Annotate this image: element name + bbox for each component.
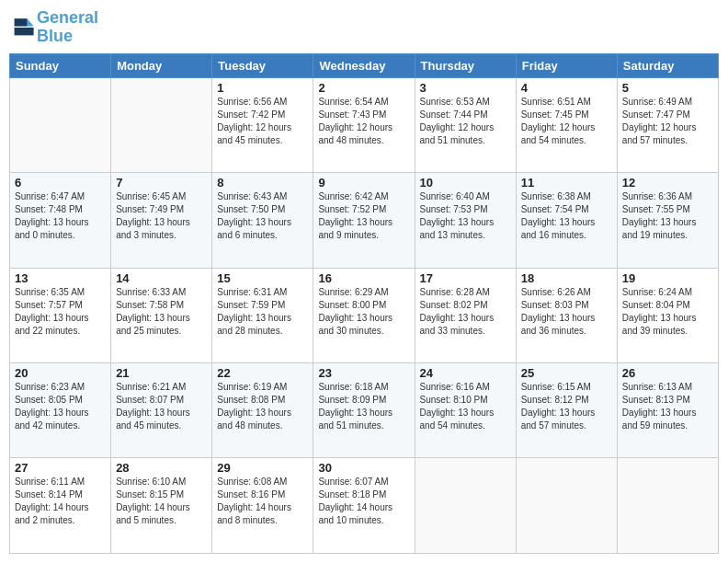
- day-info: Sunrise: 6:24 AMSunset: 8:04 PMDaylight:…: [622, 286, 713, 338]
- day-info: Sunrise: 6:23 AMSunset: 8:05 PMDaylight:…: [15, 381, 106, 432]
- day-number: 7: [116, 176, 207, 190]
- day-cell: 5Sunrise: 6:49 AMSunset: 7:47 PMDaylight…: [617, 77, 718, 172]
- day-info: Sunrise: 6:47 AMSunset: 7:48 PMDaylight:…: [15, 190, 106, 242]
- day-info: Sunrise: 6:15 AMSunset: 8:12 PMDaylight:…: [521, 381, 612, 432]
- day-info: Sunrise: 6:08 AMSunset: 8:16 PMDaylight:…: [217, 476, 308, 527]
- day-cell: 29Sunrise: 6:08 AMSunset: 8:16 PMDayligh…: [212, 458, 313, 554]
- day-info: Sunrise: 6:26 AMSunset: 8:03 PMDaylight:…: [521, 286, 612, 338]
- day-cell: 8Sunrise: 6:43 AMSunset: 7:50 PMDaylight…: [212, 173, 313, 268]
- day-number: 11: [521, 176, 612, 190]
- header-saturday: Saturday: [617, 53, 718, 77]
- day-cell: 7Sunrise: 6:45 AMSunset: 7:49 PMDaylight…: [111, 173, 212, 268]
- day-cell: 22Sunrise: 6:19 AMSunset: 8:08 PMDayligh…: [212, 363, 313, 458]
- day-number: 23: [318, 366, 409, 380]
- day-info: Sunrise: 6:49 AMSunset: 7:47 PMDaylight:…: [622, 96, 713, 147]
- day-number: 6: [15, 176, 106, 190]
- day-cell: 6Sunrise: 6:47 AMSunset: 7:48 PMDaylight…: [10, 173, 111, 268]
- logo-icon: [9, 15, 35, 40]
- day-info: Sunrise: 6:51 AMSunset: 7:45 PMDaylight:…: [521, 96, 612, 147]
- day-info: Sunrise: 6:45 AMSunset: 7:49 PMDaylight:…: [116, 190, 207, 242]
- day-cell: 12Sunrise: 6:36 AMSunset: 7:55 PMDayligh…: [617, 173, 718, 268]
- logo-text: General Blue: [37, 9, 98, 46]
- day-cell: 14Sunrise: 6:33 AMSunset: 7:58 PMDayligh…: [111, 268, 212, 362]
- day-info: Sunrise: 6:07 AMSunset: 8:18 PMDaylight:…: [318, 476, 409, 527]
- day-cell: 15Sunrise: 6:31 AMSunset: 7:59 PMDayligh…: [212, 268, 313, 362]
- day-number: 19: [622, 271, 713, 285]
- day-info: Sunrise: 6:13 AMSunset: 8:13 PMDaylight:…: [622, 381, 713, 432]
- week-row-4: 20Sunrise: 6:23 AMSunset: 8:05 PMDayligh…: [10, 363, 719, 458]
- day-cell: 3Sunrise: 6:53 AMSunset: 7:44 PMDaylight…: [415, 77, 516, 172]
- day-number: 16: [318, 271, 409, 285]
- day-cell: [415, 458, 516, 554]
- day-info: Sunrise: 6:35 AMSunset: 7:57 PMDaylight:…: [15, 286, 106, 338]
- week-row-1: 1Sunrise: 6:56 AMSunset: 7:42 PMDaylight…: [10, 77, 719, 172]
- day-cell: 26Sunrise: 6:13 AMSunset: 8:13 PMDayligh…: [617, 363, 718, 458]
- header-thursday: Thursday: [415, 53, 516, 77]
- header-sunday: Sunday: [10, 53, 111, 77]
- day-info: Sunrise: 6:56 AMSunset: 7:42 PMDaylight:…: [217, 96, 308, 147]
- header-wednesday: Wednesday: [313, 53, 415, 77]
- day-info: Sunrise: 6:36 AMSunset: 7:55 PMDaylight:…: [622, 190, 713, 242]
- logo: General Blue: [9, 9, 98, 46]
- day-number: 20: [15, 366, 106, 380]
- header-friday: Friday: [516, 53, 617, 77]
- day-info: Sunrise: 6:19 AMSunset: 8:08 PMDaylight:…: [217, 381, 308, 432]
- day-cell: [516, 458, 617, 554]
- day-info: Sunrise: 6:10 AMSunset: 8:15 PMDaylight:…: [116, 476, 207, 527]
- day-number: 13: [15, 271, 106, 285]
- day-number: 14: [116, 271, 207, 285]
- header-monday: Monday: [111, 53, 212, 77]
- day-cell: 11Sunrise: 6:38 AMSunset: 7:54 PMDayligh…: [516, 173, 617, 268]
- svg-rect-2: [15, 28, 34, 35]
- day-cell: 4Sunrise: 6:51 AMSunset: 7:45 PMDaylight…: [516, 77, 617, 172]
- day-cell: [111, 77, 212, 172]
- day-number: 4: [521, 81, 612, 95]
- day-cell: 25Sunrise: 6:15 AMSunset: 8:12 PMDayligh…: [516, 363, 617, 458]
- day-cell: 10Sunrise: 6:40 AMSunset: 7:53 PMDayligh…: [415, 173, 516, 268]
- week-row-3: 13Sunrise: 6:35 AMSunset: 7:57 PMDayligh…: [10, 268, 719, 362]
- day-info: Sunrise: 6:42 AMSunset: 7:52 PMDaylight:…: [318, 190, 409, 242]
- day-cell: 28Sunrise: 6:10 AMSunset: 8:15 PMDayligh…: [111, 458, 212, 554]
- day-number: 10: [420, 176, 511, 190]
- day-cell: 20Sunrise: 6:23 AMSunset: 8:05 PMDayligh…: [10, 363, 111, 458]
- svg-marker-0: [28, 18, 34, 26]
- week-row-5: 27Sunrise: 6:11 AMSunset: 8:14 PMDayligh…: [10, 458, 719, 554]
- day-info: Sunrise: 6:28 AMSunset: 8:02 PMDaylight:…: [420, 286, 511, 338]
- day-number: 1: [217, 81, 308, 95]
- day-cell: 9Sunrise: 6:42 AMSunset: 7:52 PMDaylight…: [313, 173, 415, 268]
- day-cell: [617, 458, 718, 554]
- day-cell: 17Sunrise: 6:28 AMSunset: 8:02 PMDayligh…: [415, 268, 516, 362]
- day-cell: 24Sunrise: 6:16 AMSunset: 8:10 PMDayligh…: [415, 363, 516, 458]
- day-cell: 13Sunrise: 6:35 AMSunset: 7:57 PMDayligh…: [10, 268, 111, 362]
- day-number: 15: [217, 271, 308, 285]
- day-number: 3: [420, 81, 511, 95]
- day-cell: [10, 77, 111, 172]
- header-tuesday: Tuesday: [212, 53, 313, 77]
- day-info: Sunrise: 6:21 AMSunset: 8:07 PMDaylight:…: [116, 381, 207, 432]
- day-info: Sunrise: 6:40 AMSunset: 7:53 PMDaylight:…: [420, 190, 511, 242]
- day-info: Sunrise: 6:53 AMSunset: 7:44 PMDaylight:…: [420, 96, 511, 147]
- day-number: 27: [15, 461, 106, 475]
- day-number: 9: [318, 176, 409, 190]
- day-number: 5: [622, 81, 713, 95]
- day-number: 12: [622, 176, 713, 190]
- svg-rect-1: [15, 18, 28, 26]
- day-info: Sunrise: 6:29 AMSunset: 8:00 PMDaylight:…: [318, 286, 409, 338]
- day-cell: 18Sunrise: 6:26 AMSunset: 8:03 PMDayligh…: [516, 268, 617, 362]
- day-number: 29: [217, 461, 308, 475]
- day-number: 30: [318, 461, 409, 475]
- day-number: 8: [217, 176, 308, 190]
- day-info: Sunrise: 6:54 AMSunset: 7:43 PMDaylight:…: [318, 96, 409, 147]
- day-info: Sunrise: 6:11 AMSunset: 8:14 PMDaylight:…: [15, 476, 106, 527]
- week-row-2: 6Sunrise: 6:47 AMSunset: 7:48 PMDaylight…: [10, 173, 719, 268]
- day-number: 2: [318, 81, 409, 95]
- day-info: Sunrise: 6:16 AMSunset: 8:10 PMDaylight:…: [420, 381, 511, 432]
- calendar: SundayMondayTuesdayWednesdayThursdayFrid…: [9, 53, 719, 554]
- day-number: 24: [420, 366, 511, 380]
- day-cell: 30Sunrise: 6:07 AMSunset: 8:18 PMDayligh…: [313, 458, 415, 554]
- day-number: 25: [521, 366, 612, 380]
- day-info: Sunrise: 6:18 AMSunset: 8:09 PMDaylight:…: [318, 381, 409, 432]
- day-number: 28: [116, 461, 207, 475]
- day-number: 26: [622, 366, 713, 380]
- day-cell: 2Sunrise: 6:54 AMSunset: 7:43 PMDaylight…: [313, 77, 415, 172]
